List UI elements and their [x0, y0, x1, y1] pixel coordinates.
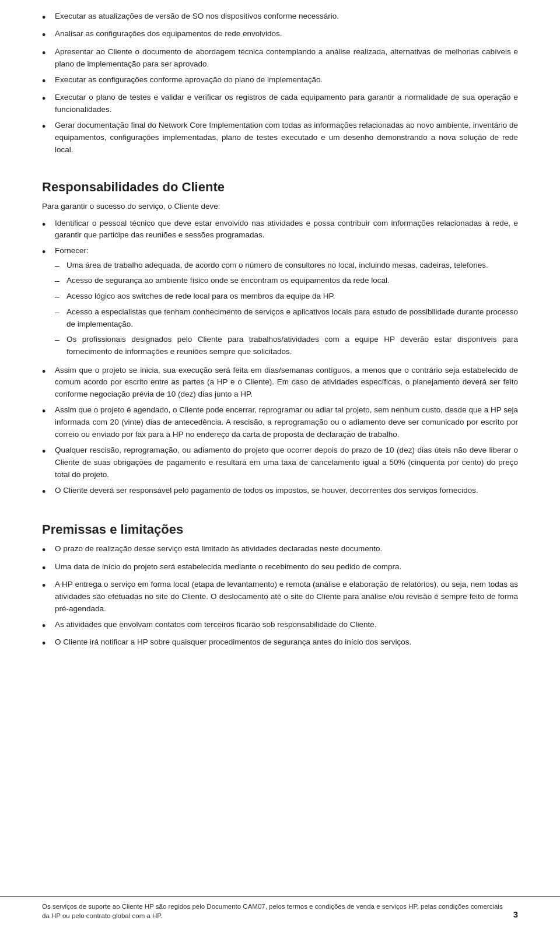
- top-bullet-2-text: Analisar as configurações dos equipament…: [55, 28, 518, 40]
- footer-page-number: 3: [504, 908, 518, 921]
- s1-sub-4: – Acesso a especialistas que tenham conh…: [55, 306, 518, 331]
- section2-bullets-list: • O prazo de realização desse serviço es…: [42, 543, 518, 650]
- section1-intro: Para garantir o sucesso do serviço, o Cl…: [42, 201, 518, 213]
- section1-bullets-list: • Identificar o pessoal técnico que deve…: [42, 218, 518, 499]
- top-bullets-list: • Executar as atualizações de versão de …: [42, 10, 518, 156]
- s2-bullet-3-text: A HP entrega o serviço em forma local (e…: [55, 579, 518, 615]
- top-bullet-2: • Analisar as configurações dos equipame…: [42, 28, 518, 42]
- s2-bullet-5: • O Cliente irá notificar a HP sobre qua…: [42, 636, 518, 650]
- section1-title: Responsabilidades do Cliente: [42, 180, 518, 195]
- dash-icon-5: –: [55, 334, 66, 346]
- bullet-icon-2: •: [42, 29, 55, 42]
- s1-bullet-icon-2: •: [42, 246, 55, 259]
- s1-bullet-4: • Assim que o projeto é agendado, o Clie…: [42, 404, 518, 441]
- page: • Executar as atualizações de versão de …: [0, 0, 560, 928]
- top-bullet-6-text: Gerar documentação final do Network Core…: [55, 120, 518, 156]
- dash-icon-3: –: [55, 290, 66, 303]
- top-bullet-1: • Executar as atualizações de versão de …: [42, 10, 518, 24]
- top-bullet-5-text: Executar o plano de testes e validar e v…: [55, 92, 518, 116]
- section2-title: Premissas e limitações: [42, 522, 518, 537]
- bullet-icon-5: •: [42, 92, 55, 106]
- s2-bullet-4: • As atividades que envolvam contatos co…: [42, 619, 518, 633]
- s2-bullet-icon-1: •: [42, 544, 55, 557]
- footer-text: Os serviços de suporte ao Cliente HP são…: [42, 902, 504, 921]
- top-bullet-4-text: Executar as configurações conforme aprov…: [55, 74, 518, 86]
- top-bullet-1-text: Executar as atualizações de versão de SO…: [55, 10, 518, 23]
- top-bullet-4: • Executar as configurações conforme apr…: [42, 74, 518, 88]
- bullet-icon-1: •: [42, 11, 55, 24]
- s2-bullet-2: • Uma data de início do projeto será est…: [42, 561, 518, 575]
- s1-bullet-icon-6: •: [42, 485, 55, 499]
- s1-bullet-icon-5: •: [42, 445, 55, 458]
- s1-bullet-2: • Fornecer: – Uma área de trabalho adequ…: [42, 245, 518, 360]
- s1-bullet-5: • Qualquer rescisão, reprogramação, ou a…: [42, 444, 518, 481]
- s1-bullet-1-text: Identificar o pessoal técnico que deve e…: [55, 218, 518, 242]
- s1-sub-2: – Acesso de segurança ao ambiente físico…: [55, 275, 518, 288]
- s2-bullet-2-text: Uma data de início do projeto será estab…: [55, 561, 518, 573]
- s1-bullet-1: • Identificar o pessoal técnico que deve…: [42, 218, 518, 242]
- s1-sub-5: – Os profissionais designados pelo Clien…: [55, 334, 518, 358]
- s1-bullet-icon-4: •: [42, 405, 55, 418]
- top-bullet-3-text: Apresentar ao Cliente o documento de abo…: [55, 46, 518, 71]
- bullet-icon-6: •: [42, 120, 55, 134]
- s1-sub-1: – Uma área de trabalho adequada, de acor…: [55, 260, 518, 272]
- footer: Os serviços de suporte ao Cliente HP são…: [0, 897, 560, 928]
- s1-sub-1-text: Uma área de trabalho adequada, de acordo…: [66, 260, 518, 272]
- s1-sub-3: – Acesso lógico aos switches de rede loc…: [55, 290, 518, 303]
- s2-bullet-4-text: As atividades que envolvam contatos com …: [55, 619, 518, 631]
- top-bullet-3: • Apresentar ao Cliente o documento de a…: [42, 46, 518, 71]
- s1-bullet-3-text: Assim que o projeto se inicia, sua execu…: [55, 365, 518, 401]
- s1-bullet-4-text: Assim que o projeto é agendado, o Client…: [55, 404, 518, 441]
- s1-bullet-5-text: Qualquer rescisão, reprogramação, ou adi…: [55, 444, 518, 481]
- s1-bullet-icon-1: •: [42, 218, 55, 232]
- s1-bullet-2-subitems: – Uma área de trabalho adequada, de acor…: [55, 260, 518, 361]
- s1-sub-5-text: Os profissionais designados pelo Cliente…: [66, 334, 518, 358]
- s1-bullet-6: • O Cliente deverá ser responsável pelo …: [42, 485, 518, 499]
- s2-bullet-icon-2: •: [42, 562, 55, 575]
- s1-bullet-2-text: Fornecer:: [55, 245, 518, 257]
- s2-bullet-1-text: O prazo de realização desse serviço está…: [55, 543, 518, 555]
- bullet-icon-4: •: [42, 75, 55, 88]
- dash-icon-4: –: [55, 306, 66, 319]
- top-bullet-5: • Executar o plano de testes e validar e…: [42, 92, 518, 116]
- s2-bullet-3: • A HP entrega o serviço em forma local …: [42, 579, 518, 615]
- bullet-icon-3: •: [42, 47, 55, 60]
- s2-bullet-1: • O prazo de realização desse serviço es…: [42, 543, 518, 557]
- s1-sub-4-text: Acesso a especialistas que tenham conhec…: [66, 306, 518, 331]
- s1-sub-2-text: Acesso de segurança ao ambiente físico o…: [66, 275, 518, 287]
- top-bullet-6: • Gerar documentação final do Network Co…: [42, 120, 518, 156]
- s1-bullet-6-text: O Cliente deverá ser responsável pelo pa…: [55, 485, 518, 497]
- dash-icon-1: –: [55, 260, 66, 272]
- s1-bullet-3: • Assim que o projeto se inicia, sua exe…: [42, 365, 518, 401]
- s2-bullet-icon-3: •: [42, 579, 55, 593]
- dash-icon-2: –: [55, 275, 66, 288]
- s1-bullet-icon-3: •: [42, 365, 55, 379]
- s1-sub-3-text: Acesso lógico aos switches de rede local…: [66, 290, 518, 303]
- s2-bullet-icon-4: •: [42, 619, 55, 633]
- s2-bullet-5-text: O Cliente irá notificar a HP sobre quais…: [55, 636, 518, 649]
- s2-bullet-icon-5: •: [42, 637, 55, 650]
